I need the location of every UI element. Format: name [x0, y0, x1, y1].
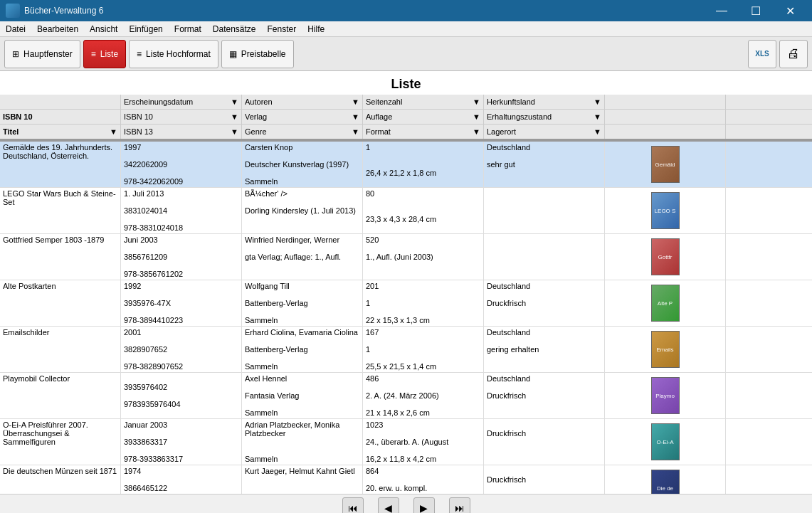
table-row[interactable]: Gottfried Semper 1803 -1879Juni 20033856…: [0, 234, 812, 280]
title-bar-left: Bücher-Verwaltung 6: [6, 4, 103, 18]
table-row[interactable]: Playmobil Collector393597640297839359764…: [0, 373, 812, 419]
close-button[interactable]: ✕: [774, 0, 806, 21]
cell-authors-2: Winfried Nerdinger, Wernergta Verlag; Au…: [242, 234, 363, 280]
liste-hochformat-label: Liste Hochformat: [146, 49, 211, 59]
menu-fenster[interactable]: Fenster: [262, 21, 302, 37]
table-row[interactable]: LEGO Star Wars Buch & Steine-Set1. Juli …: [0, 188, 812, 234]
cell-titel-4: Emailschilder: [0, 327, 121, 372]
format-dropdown[interactable]: ▼: [473, 127, 480, 136]
print-button[interactable]: 🖨: [779, 40, 808, 68]
cell-titel-0: Gemälde des 19. Jahrhunderts. Deutschlan…: [0, 142, 121, 187]
preistabelle-label: Preistabelle: [241, 49, 286, 59]
cell-authors-5: Axel HennelFantasia VerlagSammeln: [242, 373, 363, 418]
table-row[interactable]: Gemälde des 19. Jahrhunderts. Deutschlan…: [0, 142, 812, 188]
liste-icon: ≡: [91, 49, 96, 59]
toolbar-liste[interactable]: ≡ Liste: [83, 40, 126, 68]
book-thumbnail-1: LEGO S: [651, 192, 680, 229]
cell-details-5: 4862. A. (24. März 2006)21 x 14,8 x 2,6 …: [363, 373, 484, 418]
toolbar-preistabelle[interactable]: ▦ Preistabelle: [221, 40, 294, 68]
genre-dropdown[interactable]: ▼: [352, 127, 359, 136]
col-isbn10-val: ISBN 10 ISBN 10 ▼: [121, 110, 242, 124]
table-row[interactable]: Die deutschen Münzen seit 18711974386646…: [0, 465, 812, 494]
isbn13-dropdown[interactable]: ▼: [231, 127, 238, 136]
menu-bar: Datei Bearbeiten Ansicht Einfügen Format…: [0, 21, 812, 37]
maximize-button[interactable]: ☐: [739, 0, 772, 21]
cell-authors-7: Kurt Jaeger, Helmut Kahnt GietlSammeln: [242, 465, 363, 494]
cell-image-2: Gottfr: [605, 234, 726, 280]
auflage-dropdown[interactable]: ▼: [473, 112, 480, 121]
liste-hochformat-icon: ≡: [137, 49, 142, 59]
col-seitenzahl: Seitenzahl ▼: [363, 95, 484, 109]
menu-format[interactable]: Format: [169, 21, 207, 37]
menu-hilfe[interactable]: Hilfe: [302, 21, 330, 37]
col-autoren: Autoren ▼: [242, 95, 363, 109]
nav-first-button[interactable]: ⏮: [342, 497, 364, 514]
book-thumbnail-4: Emails: [651, 331, 680, 368]
menu-einfuegen[interactable]: Einfügen: [123, 21, 168, 37]
col-genre: Genre ▼: [242, 125, 363, 139]
col-isbn10-label: ISBN 10: [0, 110, 121, 124]
header-row-2: ISBN 10 ISBN 10 ISBN 10 ▼ Verlag ▼ Aufla…: [0, 110, 812, 125]
title-bar: Bücher-Verwaltung 6 — ☐ ✕: [0, 0, 812, 21]
menu-datei[interactable]: Datei: [0, 21, 31, 37]
cell-details-7: 86420. erw. u. kompl.18,4 x 11,6 x 3,6 c…: [363, 465, 484, 494]
cell-dates-0: 19973422062009978-3422062009: [121, 142, 242, 187]
book-thumbnail-7: Die de: [651, 470, 680, 494]
app-icon: [6, 4, 20, 18]
cell-origin-6: Druckfrisch: [484, 419, 605, 465]
cell-image-0: Gemäld: [605, 142, 726, 187]
erscheinungsdatum-dropdown[interactable]: ▼: [231, 97, 238, 106]
verlag-dropdown[interactable]: ▼: [352, 112, 359, 121]
cell-titel-7: Die deutschen Münzen seit 1871: [0, 465, 121, 494]
col-verlag: Verlag ▼: [242, 110, 363, 124]
cell-details-3: 201122 x 15,3 x 1,3 cm: [363, 280, 484, 326]
nav-next-button[interactable]: ▶: [413, 497, 435, 514]
navigation-bar: ⏮ ◀ ▶ ⏭: [0, 494, 812, 513]
isbn10-dropdown[interactable]: ▼: [231, 112, 238, 121]
nav-last-button[interactable]: ⏭: [449, 497, 470, 514]
cell-origin-7: Druckfrisch: [484, 465, 605, 494]
lagerort-dropdown[interactable]: ▼: [594, 127, 601, 136]
menu-datensaetze[interactable]: Datensätze: [207, 21, 262, 37]
nav-prev-button[interactable]: ◀: [378, 497, 399, 514]
toolbar-liste-hochformat[interactable]: ≡ Liste Hochformat: [129, 40, 218, 68]
cell-image-6: O-Ei-A: [605, 419, 726, 465]
cell-origin-5: DeutschlandDruckfrisch: [484, 373, 605, 418]
table-row[interactable]: Emailschilder20013828907652978-382890765…: [0, 327, 812, 373]
cell-image-4: Emails: [605, 327, 726, 372]
table-row[interactable]: Alte Postkarten19923935976-47X978-389441…: [0, 280, 812, 327]
titel-dropdown[interactable]: ▼: [110, 127, 117, 136]
col-empty1: [605, 95, 726, 109]
col-erhaltungszustand: Erhaltungszustand ▼: [484, 110, 605, 124]
minimize-button[interactable]: —: [705, 0, 738, 21]
cell-details-4: 167125,5 x 21,5 x 1,4 cm: [363, 327, 484, 372]
table-row[interactable]: O-Ei-A Preisführer 2007. Überraschungsei…: [0, 419, 812, 465]
cell-authors-0: Carsten KnopDeutscher Kunstverlag (1997)…: [242, 142, 363, 187]
header-row-3: Titel ▼ ISBN 13 ▼ Genre ▼ Format ▼ Lager…: [0, 125, 812, 140]
erhaltungszustand-dropdown[interactable]: ▼: [594, 112, 601, 121]
cell-titel-1: LEGO Star Wars Buch & Steine-Set: [0, 188, 121, 233]
col-herkunftsland: Herkunftsland ▼: [484, 95, 605, 109]
menu-ansicht[interactable]: Ansicht: [84, 21, 123, 37]
book-thumbnail-0: Gemäld: [651, 146, 680, 183]
cell-origin-2: [484, 234, 605, 280]
menu-bearbeiten[interactable]: Bearbeiten: [31, 21, 84, 37]
xls-export-button[interactable]: XLS: [748, 40, 776, 68]
toolbar: ⊞ Hauptfenster ≡ Liste ≡ Liste Hochforma…: [0, 37, 812, 71]
autoren-dropdown[interactable]: ▼: [352, 97, 359, 106]
herkunftsland-dropdown[interactable]: ▼: [594, 97, 601, 106]
col-titel-spacer: [0, 95, 121, 109]
book-table: Gemälde des 19. Jahrhunderts. Deutschlan…: [0, 142, 812, 494]
cell-origin-1: [484, 188, 605, 233]
cell-image-3: Alte P: [605, 280, 726, 326]
cell-titel-5: Playmobil Collector: [0, 373, 121, 418]
hauptfenster-label: Hauptfenster: [23, 49, 73, 59]
cell-dates-7: 19743866465122978-3866465121: [121, 465, 242, 494]
col-format: Format ▼: [363, 125, 484, 139]
cell-details-1: 8023,3 x 4,3 x 28,4 cm: [363, 188, 484, 233]
seitenzahl-dropdown[interactable]: ▼: [473, 97, 480, 106]
cell-image-1: LEGO S: [605, 188, 726, 233]
cell-authors-4: Erhard Ciolina, Evamaria CiolinaBattenbe…: [242, 327, 363, 372]
main-content: Liste Erscheinungsdatum ▼ Autoren ▼ Seit…: [0, 71, 812, 494]
toolbar-hauptfenster[interactable]: ⊞ Hauptfenster: [4, 40, 80, 68]
